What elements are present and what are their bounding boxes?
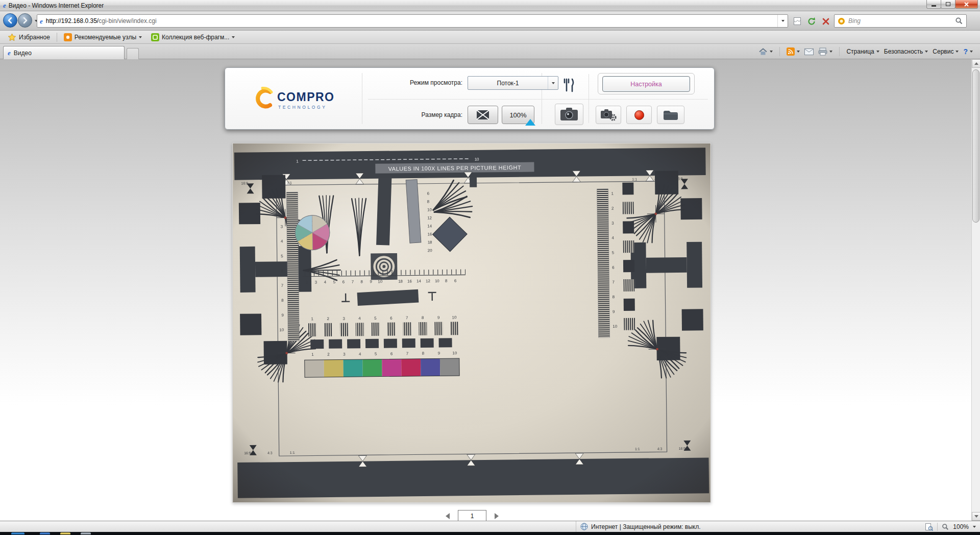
back-button[interactable] (3, 13, 17, 28)
suggested-sites-button[interactable]: Рекомендуемые узлы (59, 32, 146, 43)
maximize-icon (946, 2, 950, 6)
chevron-down-icon (781, 20, 785, 22)
search-box[interactable] (834, 14, 967, 28)
navigation-bar: e http://192.168.0.35/cgi-bin/view/index… (0, 11, 980, 31)
start-button-sliver[interactable] (11, 532, 24, 534)
back-arrow-icon (7, 17, 14, 24)
scroll-down-button[interactable] (972, 512, 980, 521)
fit-screen-button[interactable] (468, 106, 498, 124)
pager-page-number: 1 (471, 513, 474, 520)
pager-page-box[interactable]: 1 (458, 510, 486, 521)
view-mode-select[interactable]: Поток-1 (468, 76, 558, 90)
address-bar[interactable]: e http://192.168.0.35/cgi-bin/view/index… (37, 14, 788, 28)
web-slices-label: Коллекция веб-фрагм... (162, 34, 229, 41)
pager-prev-icon[interactable] (446, 513, 450, 519)
address-dropdown-button[interactable] (777, 15, 788, 27)
scroll-thumb[interactable] (972, 69, 979, 223)
help-icon: ? (963, 47, 968, 56)
frame-size-label: Размер кадра: (378, 111, 462, 118)
new-tab-stub[interactable] (127, 48, 139, 59)
close-icon (964, 2, 969, 7)
fit-screen-icon (476, 110, 489, 120)
minimize-icon (932, 5, 936, 7)
status-bar: Интернет | Защищенный режим: выкл. 100% (0, 521, 980, 532)
chevron-down-icon (955, 51, 959, 53)
camera-gear-icon (600, 108, 617, 121)
taskbar-ie-sliver[interactable] (40, 532, 50, 534)
recordings-folder-button[interactable] (657, 106, 684, 124)
forward-button[interactable] (18, 13, 32, 28)
zoom-level[interactable]: 100% (953, 523, 969, 530)
page-menu[interactable]: Страница (846, 48, 879, 55)
zone-text: Интернет | Защищенный режим: выкл. (591, 523, 701, 530)
printer-icon (818, 47, 827, 56)
taskbar-app-sliver[interactable] (81, 532, 91, 534)
chevron-down-icon (970, 51, 973, 53)
feeds-button[interactable] (787, 47, 800, 56)
stop-icon (821, 17, 830, 26)
site-favicon: e (40, 18, 43, 25)
view-mode-label: Режим просмотра: (378, 79, 462, 86)
security-menu[interactable]: Безопасность (884, 48, 928, 55)
rss-icon (787, 47, 795, 56)
forward-arrow-icon (21, 17, 29, 24)
camera-control-panel: COMPRO TECHNOLOGY Режим просмотра: Поток… (225, 67, 715, 130)
stop-button[interactable] (820, 16, 832, 27)
print-button[interactable] (818, 47, 832, 56)
close-button[interactable] (955, 0, 978, 9)
view-mode-value: Поток-1 (468, 80, 548, 87)
chevron-down-icon (232, 36, 235, 38)
chevron-down-icon (925, 51, 928, 53)
tools-menu[interactable]: Сервис (933, 48, 959, 55)
compatibility-view-icon (792, 17, 802, 26)
tools-menu-label: Сервис (933, 48, 953, 55)
settings-button-frame: Настройка (598, 73, 695, 94)
camera-icon (559, 107, 579, 122)
triangle-down-icon (974, 515, 978, 518)
tools-icon-button[interactable] (554, 74, 582, 96)
maximize-button[interactable] (941, 0, 955, 9)
chevron-down-icon (797, 51, 800, 53)
panel-collapse-arrow[interactable] (525, 119, 535, 126)
taskbar-folder-sliver[interactable] (60, 532, 70, 534)
tab-video[interactable]: e Видео (3, 46, 125, 59)
snapshot-settings-button[interactable] (596, 106, 621, 124)
vertical-scrollbar[interactable] (971, 59, 980, 521)
chevron-down-icon (770, 51, 773, 53)
compro-logo: COMPRO TECHNOLOGY (247, 84, 354, 114)
chevron-down-icon (829, 51, 832, 53)
video-frame: 1 10 VALUES IN 100X LINES PER PICTURE HE… (232, 143, 711, 503)
settings-button[interactable]: Настройка (602, 76, 690, 92)
help-button[interactable]: ? (963, 47, 973, 56)
star-icon (8, 33, 16, 41)
search-input[interactable] (848, 17, 952, 25)
search-icon[interactable] (955, 17, 963, 25)
brand-subtitle: TECHNOLOGY (278, 105, 327, 110)
web-slices-icon (151, 33, 159, 41)
read-mail-button[interactable] (804, 48, 814, 55)
pager: 1 (439, 509, 505, 521)
favorites-button[interactable]: Избранное (3, 32, 55, 43)
compatibility-view-button[interactable] (791, 16, 803, 27)
pager-next-icon[interactable] (495, 513, 499, 519)
snapshot-button[interactable] (555, 104, 583, 125)
status-right-cluster: 100% (925, 521, 976, 532)
web-slices-button[interactable]: Коллекция веб-фрагм... (146, 32, 239, 43)
home-icon (758, 47, 768, 56)
scroll-up-button[interactable] (972, 59, 980, 68)
refresh-button[interactable] (805, 16, 818, 27)
chevron-down-icon[interactable] (973, 526, 976, 528)
record-button[interactable] (626, 106, 652, 124)
globe-icon (580, 523, 588, 530)
vignette-overlay (233, 143, 710, 502)
page-zoom-icon[interactable] (925, 523, 933, 531)
page-menu-label: Страница (846, 48, 874, 55)
page-viewport: COMPRO TECHNOLOGY Режим просмотра: Поток… (0, 59, 971, 521)
tab-video-label: Видео (14, 50, 32, 57)
divider (839, 47, 840, 56)
minimize-button[interactable] (926, 0, 941, 9)
home-button[interactable] (758, 47, 773, 56)
divider (589, 74, 589, 123)
taskbar-sliver (0, 532, 980, 535)
chevron-down-icon (139, 36, 142, 38)
